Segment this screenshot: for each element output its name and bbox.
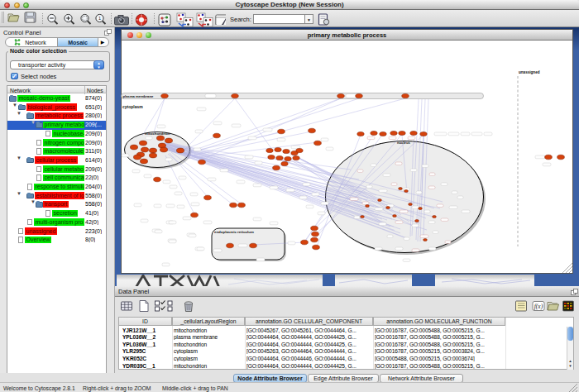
svg-text:endoplasmic reticulum: endoplasmic reticulum: [214, 230, 254, 234]
svg-text:f(x): f(x): [534, 303, 543, 310]
svg-text:cytoplasm: cytoplasm: [122, 104, 143, 109]
svg-text:mitochondrion: mitochondrion: [145, 131, 170, 136]
svg-text:nucleus: nucleus: [397, 141, 410, 145]
svg-text:1: 1: [98, 16, 101, 21]
svg-text:plasma membrane: plasma membrane: [123, 94, 154, 98]
svg-text:unassigned: unassigned: [519, 70, 540, 74]
